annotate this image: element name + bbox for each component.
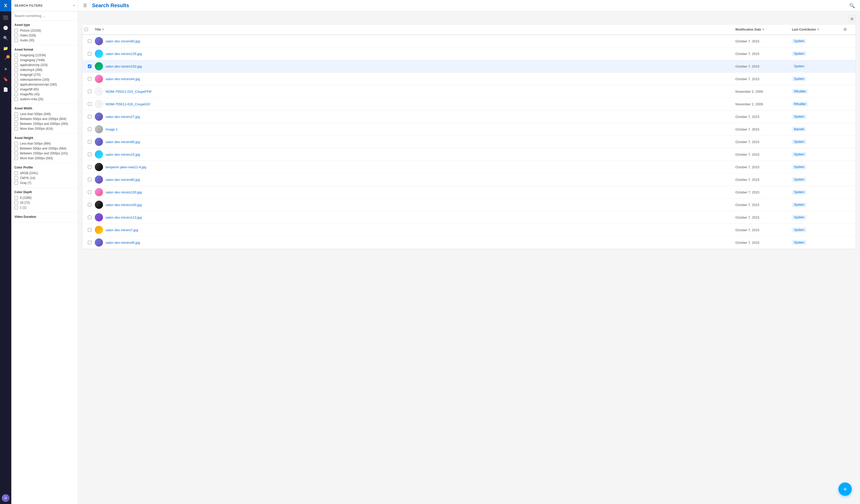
asset-name-17[interactable]: salon des miroirs46.jpg <box>105 241 140 245</box>
filter-checkbox-postscript[interactable] <box>14 83 18 86</box>
filter-checkbox-png[interactable] <box>14 54 18 57</box>
row-checkbox-input-17[interactable] <box>88 241 91 244</box>
filter-checkbox-cmyk[interactable] <box>14 176 18 180</box>
row-checkbox-input-12[interactable] <box>88 178 91 181</box>
asset-name-5[interactable]: NOiM-755011-015_CoupeFFtif <box>105 90 151 93</box>
table-row[interactable]: salon des miroirs7.jpg October 7, 2015 S… <box>83 224 856 236</box>
contributor-badge-10[interactable]: System <box>792 152 806 157</box>
table-row[interactable]: salon des miroirs100.jpg October 7, 2015… <box>83 199 856 211</box>
contributor-sort-icon[interactable]: ⇅ <box>817 28 819 31</box>
asset-name-16[interactable]: salon des miroirs7.jpg <box>105 228 138 232</box>
nav-search[interactable]: 🔍 <box>0 33 11 43</box>
row-checkbox-input-9[interactable] <box>88 140 91 144</box>
row-checkbox-input-6[interactable] <box>88 102 91 106</box>
filter-checkbox-m4a[interactable] <box>14 97 18 101</box>
contributor-badge-1[interactable]: System <box>792 39 806 43</box>
column-settings-button[interactable]: ⚙ <box>843 27 847 32</box>
table-row[interactable]: 📄 NOiM-755011-015_CoupeFFtif November 2,… <box>83 85 856 98</box>
table-row[interactable]: salon des miroirs135.jpg October 7, 2015… <box>83 47 856 60</box>
table-row[interactable]: 📄 NOiM-755011-016_CoupeGG' November 2, 2… <box>83 98 856 111</box>
column-header-title[interactable]: Title ⇅ <box>95 28 735 31</box>
filter-label-picture[interactable]: Picture (21016) <box>20 29 41 32</box>
table-row[interactable]: benjamin jalon-nxw11-4.jpg October 7, 20… <box>83 161 856 173</box>
table-row[interactable]: salon des miroirs15.jpg October 7, 2015 … <box>83 148 856 161</box>
table-row[interactable]: salon des miroirs152.jpg October 7, 2015… <box>83 60 856 73</box>
filter-checkbox-mp4[interactable] <box>14 68 18 72</box>
nav-bookmarks[interactable]: 🔖 <box>0 74 11 84</box>
row-checkbox-input-15[interactable] <box>88 216 91 219</box>
contributor-badge-12[interactable]: System <box>792 177 806 182</box>
asset-name-6[interactable]: NOiM-755011-016_CoupeGG' <box>105 102 150 106</box>
filter-checkbox-lt500w[interactable] <box>14 112 18 116</box>
fab-add-button[interactable]: + <box>838 483 852 496</box>
nav-assets[interactable]: 📁 <box>0 43 11 54</box>
asset-name-15[interactable]: salon des miroirs113.jpg <box>105 216 142 219</box>
filter-checkbox-quicktime[interactable] <box>14 78 18 82</box>
row-checkbox-input-3[interactable] <box>88 64 91 68</box>
filter-checkbox-picture[interactable] <box>14 29 18 32</box>
asset-name-11[interactable]: benjamin jalon-nxw11-4.jpg <box>105 165 146 169</box>
asset-name-12[interactable]: salon des miroirs90.jpg <box>105 178 140 182</box>
asset-name-9[interactable]: salon des miroirs95.jpg <box>105 140 140 144</box>
select-all-checkbox[interactable] <box>85 28 88 31</box>
contributor-badge-15[interactable]: System <box>792 215 806 220</box>
table-row[interactable]: salon des miroirs113.jpg October 7, 2015… <box>83 211 856 224</box>
contributor-badge-3[interactable]: System <box>792 64 806 69</box>
dropdown-arrow-icon[interactable]: ▾ <box>73 4 75 7</box>
contributor-badge-17[interactable]: System <box>792 240 806 245</box>
column-header-last-contributor[interactable]: Last Contributor ⇅ <box>792 28 843 31</box>
asset-name-13[interactable]: salon des miroirs130.jpg <box>105 190 142 194</box>
asset-name-14[interactable]: salon des miroirs100.jpg <box>105 203 142 207</box>
filter-checkbox-1500-2000w[interactable] <box>14 122 18 126</box>
row-checkbox-input-1[interactable] <box>88 39 91 43</box>
filter-checkbox-gt2000h[interactable] <box>14 156 18 160</box>
table-row[interactable]: salon des miroirs60.jpg October 7, 2015 … <box>83 35 856 47</box>
row-checkbox-input-2[interactable] <box>88 52 91 56</box>
table-row[interactable]: salon des miroirs130.jpg October 7, 2015… <box>83 186 856 199</box>
row-checkbox-input-16[interactable] <box>88 228 91 232</box>
filter-label-audio[interactable]: Audio (30) <box>20 39 34 42</box>
contributor-badge-7[interactable]: System <box>792 114 806 119</box>
asset-name-7[interactable]: salon des miroirs27.jpg <box>105 115 140 119</box>
filter-checkbox-gif[interactable] <box>14 73 18 76</box>
contributor-badge-8[interactable]: Basseh <box>792 127 806 131</box>
filter-checkbox-500-1500h[interactable] <box>14 147 18 150</box>
asset-name-3[interactable]: salon des miroirs152.jpg <box>105 64 142 68</box>
asset-name-2[interactable]: salon des miroirs135.jpg <box>105 52 142 56</box>
contributor-badge-6[interactable]: Rthuillier <box>792 102 808 106</box>
table-row[interactable]: salon des miroirs95.jpg October 7, 2015 … <box>83 135 856 148</box>
hamburger-button[interactable]: ☰ <box>82 2 88 9</box>
grid-toggle-button[interactable]: ⊞ <box>848 15 856 22</box>
table-row[interactable]: salon des miroirs27.jpg October 7, 2015 … <box>83 111 856 123</box>
table-row[interactable]: Image 1 October 7, 2015 Basseh <box>83 123 856 135</box>
filter-checkbox-depth-1[interactable] <box>14 206 18 210</box>
filter-checkbox-gray[interactable] <box>14 181 18 185</box>
contributor-badge-13[interactable]: System <box>792 190 806 195</box>
contributor-badge-16[interactable]: System <box>792 228 806 232</box>
contributor-badge-11[interactable]: System <box>792 165 806 169</box>
row-checkbox-input-10[interactable] <box>88 153 91 156</box>
user-avatar[interactable]: U <box>2 494 10 502</box>
nav-tasks[interactable]: ✓ 30 <box>0 54 11 64</box>
filter-checkbox-video[interactable] <box>14 34 18 37</box>
asset-name-8[interactable]: Image 1 <box>105 127 118 131</box>
row-checkbox-input-11[interactable] <box>88 165 91 169</box>
filter-checkbox-500-1500w[interactable] <box>14 117 18 121</box>
contributor-badge-9[interactable]: System <box>792 140 806 144</box>
filter-checkbox-depth-16[interactable] <box>14 201 18 204</box>
row-checkbox-input-13[interactable] <box>88 190 91 194</box>
row-checkbox-input-14[interactable] <box>88 203 91 206</box>
search-button[interactable]: 🔍 <box>848 2 856 10</box>
filter-checkbox-gt2000w[interactable] <box>14 127 18 130</box>
contributor-badge-5[interactable]: Rthuillier <box>792 89 808 94</box>
asset-name-4[interactable]: salon des miroirs44.jpg <box>105 77 140 81</box>
contributor-badge-4[interactable]: System <box>792 76 806 81</box>
asset-name-10[interactable]: salon des miroirs15.jpg <box>105 153 140 156</box>
app-logo[interactable]: X <box>0 0 11 11</box>
row-checkbox-input-7[interactable] <box>88 115 91 118</box>
asset-name-1[interactable]: salon des miroirs60.jpg <box>105 39 140 43</box>
row-checkbox-input-5[interactable] <box>88 90 91 93</box>
full-text-search-input[interactable] <box>14 14 75 18</box>
date-sort-icon[interactable]: ⇅ <box>762 28 764 31</box>
nav-recent[interactable]: 🕐 <box>0 23 11 33</box>
